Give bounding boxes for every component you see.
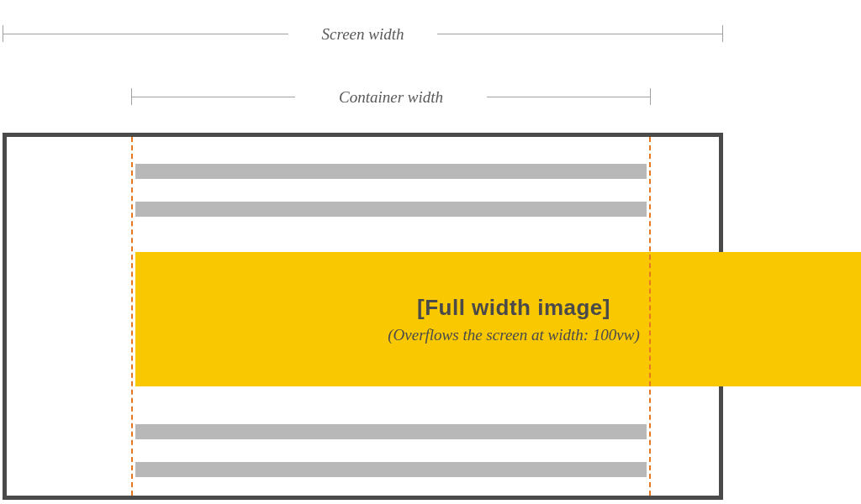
- bracket-line-icon: [3, 34, 288, 34]
- text-placeholder-bar: [135, 202, 647, 217]
- text-placeholder-bar: [135, 462, 647, 477]
- container-width-label: Container width: [339, 88, 443, 107]
- container-guide-line: [649, 137, 651, 496]
- bracket-line-icon: [487, 97, 651, 97]
- screen-width-bracket: Screen width: [3, 25, 723, 42]
- bracket-line-icon: [437, 34, 723, 34]
- bracket-tick-icon: [722, 25, 723, 42]
- full-width-image-region: [Full width image] (Overflows the screen…: [135, 252, 861, 386]
- text-placeholder-bar: [135, 164, 647, 179]
- bracket-line-icon: [131, 97, 295, 97]
- bracket-tick-icon: [650, 88, 651, 105]
- full-width-subtitle: (Overflows the screen at width: 100vw): [388, 326, 640, 344]
- full-width-title: [Full width image]: [417, 295, 610, 321]
- container-guide-line: [131, 137, 133, 496]
- text-placeholder-bar: [135, 424, 647, 439]
- container-width-bracket: Container width: [131, 88, 651, 105]
- screen-width-label: Screen width: [322, 25, 404, 44]
